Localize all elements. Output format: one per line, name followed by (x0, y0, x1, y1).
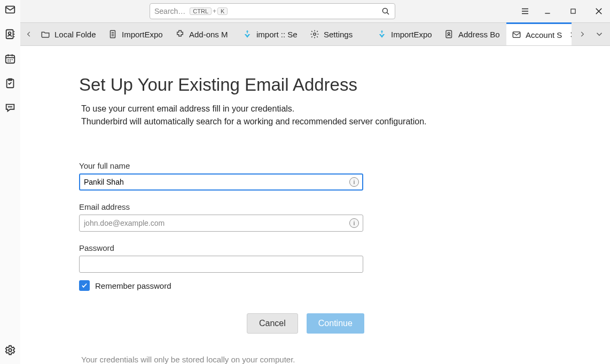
info-icon[interactable]: i (349, 177, 359, 187)
tabs-scroll-left[interactable] (22, 23, 35, 45)
mail-icon (512, 30, 521, 39)
import-icon (243, 29, 252, 39)
remember-password-row: Remember password (79, 280, 610, 291)
kbd-plus: + (213, 7, 216, 15)
page-description: To use your current email address fill i… (81, 102, 610, 128)
footer-note: Your credentials will only be stored loc… (81, 355, 610, 364)
password-field: Password (79, 243, 363, 273)
minimize-button[interactable] (543, 6, 552, 16)
tasks-icon[interactable] (4, 77, 17, 90)
tab-label: Settings (324, 30, 353, 39)
contacts-icon[interactable] (4, 28, 17, 41)
tab-label: Local Folde (54, 30, 96, 39)
tab-local-folders[interactable]: Local Folde (35, 23, 103, 45)
form-actions: Cancel Continue (247, 313, 610, 334)
tab-import-search[interactable]: import :: Se (237, 23, 304, 45)
password-label: Password (79, 243, 363, 252)
svg-point-5 (9, 107, 9, 107)
email-label: Email address (79, 202, 363, 211)
fullname-field: Your full name i (79, 161, 363, 191)
email-input[interactable] (79, 215, 363, 232)
svg-rect-10 (571, 9, 575, 13)
tab-addons[interactable]: Add-ons M (170, 23, 237, 45)
addons-icon (175, 29, 185, 39)
tab-label: Add-ons M (189, 30, 228, 39)
chat-icon[interactable] (4, 101, 17, 114)
fullname-label: Your full name (79, 161, 363, 170)
page-title: Set Up Your Existing Email Address (79, 75, 610, 95)
mail-icon[interactable] (4, 3, 17, 16)
tab-address-book[interactable]: Address Bo (439, 23, 506, 45)
tab-label: import :: Se (256, 30, 298, 39)
window-controls (543, 6, 604, 16)
addressbook-icon (444, 29, 454, 39)
maximize-button[interactable] (568, 6, 578, 16)
app-menu-icon[interactable] (520, 6, 530, 16)
remember-password-label: Remember password (95, 281, 171, 290)
import-icon (377, 29, 387, 39)
cancel-button[interactable]: Cancel (247, 313, 298, 334)
global-search[interactable]: Search… CTRL + K (150, 3, 395, 19)
password-input[interactable] (79, 256, 363, 273)
svg-point-14 (448, 33, 450, 35)
svg-point-2 (9, 32, 11, 35)
tab-import-export-2[interactable]: ImportExpo (372, 23, 439, 45)
tab-import-export-1[interactable]: ImportExpo (103, 23, 170, 45)
tab-label: ImportExpo (122, 30, 163, 39)
search-placeholder: Search… (154, 7, 185, 15)
info-icon[interactable]: i (349, 218, 359, 228)
svg-point-8 (9, 349, 12, 352)
svg-point-7 (11, 107, 12, 107)
continue-button[interactable]: Continue (307, 313, 364, 334)
kbd-ctrl: CTRL (190, 7, 212, 15)
tab-label: Account S (526, 30, 562, 39)
top-toolbar: Search… CTRL + K (20, 0, 610, 22)
tab-strip: Local Folde ImportExpo Add-ons M import … (20, 22, 610, 46)
account-setup-content: Set Up Your Existing Email Address To us… (20, 46, 610, 364)
tab-label: Address Bo (458, 30, 500, 39)
email-field: Email address i (79, 202, 363, 232)
search-icon[interactable] (381, 6, 390, 16)
document-icon (108, 29, 118, 39)
svg-point-6 (10, 107, 11, 107)
calendar-icon[interactable] (4, 52, 17, 65)
tabs-overflow[interactable] (593, 29, 606, 39)
tab-label: ImportExpo (391, 30, 432, 39)
close-button[interactable] (594, 6, 604, 16)
settings-icon[interactable] (4, 344, 17, 357)
tab-settings[interactable]: Settings (304, 23, 372, 45)
svg-point-12 (314, 33, 316, 36)
svg-point-9 (382, 8, 387, 13)
left-sidebar (0, 0, 20, 364)
remember-password-checkbox[interactable] (79, 280, 90, 291)
tabs-scroll-right[interactable] (576, 30, 589, 38)
folder-icon (41, 29, 50, 39)
tab-account-setup[interactable]: Account S (506, 22, 572, 45)
kbd-k: K (217, 7, 228, 15)
gear-icon (310, 29, 319, 39)
fullname-input[interactable] (79, 173, 363, 191)
